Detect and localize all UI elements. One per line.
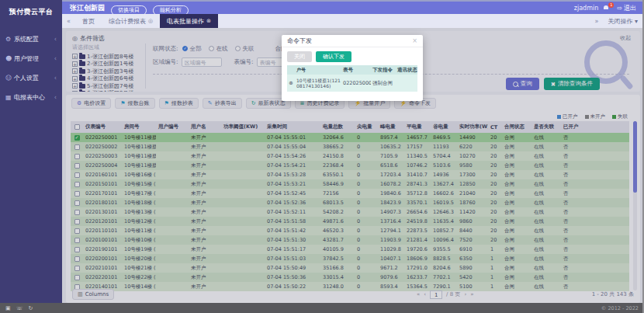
modal-column-header: 表号 (341, 67, 371, 74)
sidebar-item-user-management[interactable]: ☻用户管理‹ (0, 49, 62, 68)
toolbar-button-reading-export[interactable]: ✎抄表导出 (203, 98, 242, 109)
first-page-button[interactable]: « (417, 291, 420, 297)
table-row[interactable]: 022011010110号楼11楼 (蔡未开户07-04 15:51:42465… (71, 226, 629, 235)
monitor-icon[interactable]: ▣ (5, 305, 11, 311)
row-checkbox[interactable] (71, 144, 83, 150)
tab-meter-batch-ops[interactable]: 电表批量操作⊗ (160, 14, 218, 28)
modal-close-button[interactable]: 关闭 (287, 51, 312, 62)
search-button[interactable]: 查询 (506, 78, 539, 90)
table-row[interactable]: 022021010110号楼21楼 (蔡未开户07-04 15:50:49351… (71, 263, 629, 273)
logout-button[interactable]: ⇨ 退出 (617, 4, 636, 12)
table-row[interactable]: 022025000210号楼11楼蔡2(未开户07-04 15:55:04386… (71, 142, 629, 151)
row-checkbox[interactable] (71, 219, 83, 224)
filter-icon: ◎ (72, 35, 78, 42)
tab-scroll-right[interactable]: » (590, 18, 604, 25)
row-checkbox[interactable] (71, 238, 83, 243)
row-checkbox[interactable] (71, 275, 83, 280)
row-checkbox[interactable] (71, 182, 83, 187)
prev-page-button[interactable]: ‹ (424, 291, 426, 297)
page-number-input[interactable] (430, 290, 442, 299)
clear-conditions-button[interactable]: ✖ 清除查询条件 (544, 78, 600, 90)
table-cell: 0220250002 (83, 144, 122, 150)
table-row[interactable]: 022013010110号楼13楼 (蔡未开户07-04 15:52:11542… (71, 207, 629, 217)
row-checkbox[interactable] (71, 172, 83, 178)
row-checkbox[interactable] (71, 210, 83, 215)
table-cell: 17203.4 (378, 172, 404, 178)
toolbar-button-price-settings[interactable]: ⚙电价设置 (71, 98, 111, 109)
tree-item[interactable]: +4-张江创新园6号楼 (72, 75, 144, 83)
notification-bell-icon[interactable]: 1 (604, 5, 611, 11)
table-row[interactable]: 022015010110号楼15楼 (蔡未开户07-04 15:53:21584… (71, 179, 629, 189)
last-page-button[interactable]: » (470, 291, 473, 297)
tree-item[interactable]: +3-张江创新园3号楼 (72, 68, 144, 75)
table-cell: 否 (561, 218, 587, 225)
expand-icon[interactable]: + (72, 68, 78, 74)
expand-row-icon[interactable]: ⊕ (287, 80, 295, 86)
modal-confirm-button[interactable]: 确认下发 (316, 51, 351, 62)
table-cell: 1 (488, 265, 502, 271)
tree-item[interactable]: +2-张江创新园1号楼 (72, 61, 144, 68)
expand-icon[interactable]: + (72, 91, 78, 92)
refresh-icon[interactable]: ↻ (28, 305, 33, 311)
row-checkbox[interactable] (71, 191, 83, 196)
table-row[interactable]: 022025000310号楼11楼蔡3(未开户07-04 15:54:26241… (71, 151, 629, 161)
modal-table-row[interactable]: ⊕ 10号楼11楼蔡1(12108174130146) 0220250001 强… (287, 75, 417, 92)
table-cell: 未开户 (189, 181, 221, 188)
row-checkbox[interactable] (71, 200, 83, 206)
row-checkbox[interactable] (71, 266, 83, 271)
table-row[interactable]: 022017010110号楼17楼 (蔡未开户07-04 15:52:45721… (71, 189, 629, 198)
table-cell: 13716.4 (378, 218, 404, 224)
tab-scroll-left[interactable]: « (62, 18, 75, 25)
table-cell: 10635.2 (378, 144, 404, 150)
username[interactable]: zjadmin (574, 5, 599, 12)
table-row[interactable]: 022010010110号楼10楼 (蔡未开户07-04 15:51:30432… (71, 235, 629, 245)
table-cell: 58446.9 (320, 181, 355, 187)
tab-home[interactable]: 首页 (75, 14, 102, 28)
collapse-filter-link[interactable]: 收起 (620, 34, 631, 42)
expand-icon[interactable]: + (72, 83, 78, 89)
table-row[interactable]: 022025000110号楼11楼蔡1(未开户07-04 15:55:01320… (71, 133, 629, 142)
tree-item[interactable]: +1-张江创新园8号楼 (72, 53, 144, 61)
sidebar-item-meter-report-center[interactable]: ▦电报表中心‹ (0, 88, 62, 107)
toolbar-button-reading-collect[interactable]: ⚑报数抄表 (159, 98, 199, 109)
radio-option[interactable]: 全部 (182, 45, 202, 53)
row-checkbox[interactable] (71, 135, 83, 141)
radio-option[interactable]: 在线 (209, 45, 228, 53)
columns-button[interactable]: Columns (72, 289, 114, 300)
table-row[interactable]: 022016010110号楼16楼 (蔡未开户07-04 15:53:28635… (71, 170, 629, 179)
scrollbar-thumb[interactable] (633, 121, 637, 193)
radio-option[interactable]: 失联 (235, 45, 254, 53)
table-row[interactable]: 022012010110号楼12楼 (蔡未开户07-04 15:51:58498… (71, 217, 629, 226)
table-row[interactable]: 022025000410号楼11楼蔡4(未开户07-04 15:54:21223… (71, 161, 629, 170)
region-code-input[interactable] (182, 57, 222, 67)
tab-close-icon[interactable]: ⊗ (206, 18, 211, 24)
tab-close-icon[interactable]: ◎ (148, 18, 153, 24)
table-row[interactable]: 022019010110号楼19楼 (蔡未开户07-04 15:51:17401… (71, 245, 629, 254)
select-all-checkbox[interactable] (71, 124, 83, 130)
row-checkbox[interactable] (71, 228, 83, 234)
toolbar-button-reading-ledger[interactable]: ⚑报数台账 (115, 98, 154, 109)
sidebar-item-personal-settings[interactable]: ☺个人设置‹ (0, 68, 62, 88)
close-operations-dropdown[interactable]: 关闭操作 ▾ (608, 17, 638, 26)
modal-close-icon[interactable]: × (412, 37, 417, 44)
sidebar-item-system-config[interactable]: ⚙系统配置‹ (0, 30, 62, 49)
phone-icon[interactable]: ☏ (16, 305, 23, 311)
row-checkbox[interactable] (71, 247, 83, 252)
table-row[interactable]: 022020010110号楼20楼 (蔡未开户07-04 15:51:03378… (71, 254, 629, 263)
row-checkbox[interactable] (71, 256, 83, 262)
row-checkbox[interactable] (71, 154, 83, 159)
expand-icon[interactable]: + (72, 76, 78, 82)
table-row[interactable]: 022022010110号楼22楼 (蔡未开户07-04 15:50:36330… (71, 273, 629, 282)
expand-icon[interactable]: + (72, 54, 78, 59)
table-cell: 9355.5 (431, 246, 457, 252)
input-label: 区域编号: (153, 58, 178, 66)
table-row[interactable]: 022018010110号楼18楼 (蔡未开户07-04 15:52:36680… (71, 198, 629, 207)
table-cell: 20 (488, 200, 502, 206)
tab-billing-report[interactable]: 综合计费报表◎ (102, 14, 160, 28)
tree-item[interactable]: +6-张江创新园9号楼 (72, 90, 144, 92)
next-page-button[interactable]: › (464, 291, 466, 297)
table-scrollbar[interactable] (633, 121, 637, 290)
tree-item[interactable]: +5-张江创新园7号楼 (72, 82, 144, 90)
row-checkbox[interactable] (71, 163, 83, 169)
expand-icon[interactable]: + (72, 61, 78, 67)
